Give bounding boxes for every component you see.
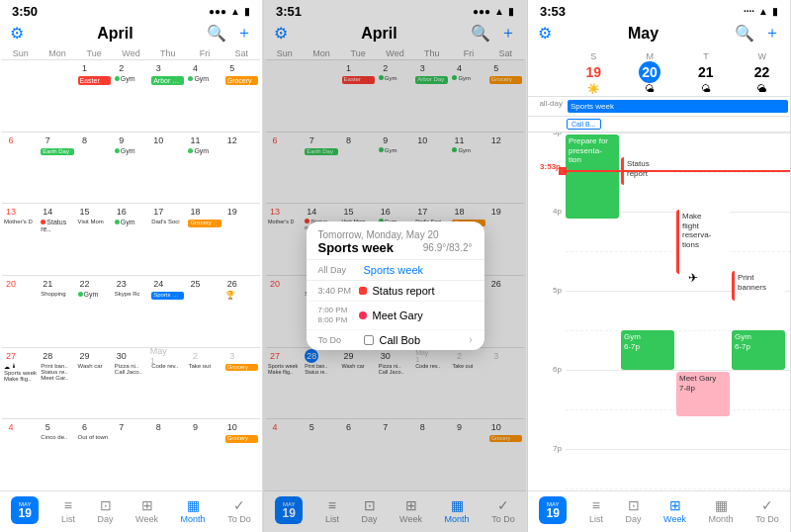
cal-cell[interactable]: 6 Out of town xyxy=(76,419,113,490)
nav-todo-3[interactable]: ✓ To Do xyxy=(755,497,779,524)
cal-cell[interactable]: 7 Earth Day xyxy=(39,133,75,204)
popup-overlay[interactable]: Tomorrow, Monday, May 20 Sports week 96.… xyxy=(264,0,526,532)
popup-event-status[interactable]: 3:40 PM Status report xyxy=(307,281,484,302)
cal-cell[interactable]: 12 xyxy=(223,133,260,204)
search-icon-3[interactable]: 🔍 xyxy=(735,24,754,43)
date-number: 10 xyxy=(151,133,165,147)
popup-event-gary[interactable]: 7:00 PM8:00 PM Meet Gary xyxy=(307,302,484,329)
cal-cell[interactable]: 3 Grocery xyxy=(223,348,260,419)
popup-allday-event: Sports week xyxy=(364,264,424,276)
cal-cell[interactable]: 30 Pizza ni.. Call Jaco.. xyxy=(113,348,149,419)
cal-cell[interactable]: 7 xyxy=(113,419,149,490)
event-chip: Take out xyxy=(188,363,220,369)
cal-cell[interactable]: 26 🏆 xyxy=(223,276,260,347)
event-print-banners[interactable]: Printbanners xyxy=(732,271,785,301)
nav-day-1[interactable]: ⊡ Day xyxy=(98,497,114,524)
event-chip: Code rev.. xyxy=(151,363,184,369)
cal-cell[interactable]: 1 Easter xyxy=(76,60,113,132)
cal-cell[interactable] xyxy=(39,60,75,132)
cal-cell[interactable]: 27 ☁🌡 Sports week Make flig.. xyxy=(2,348,39,419)
add-icon-3[interactable]: ＋ xyxy=(764,23,780,44)
search-icon-1[interactable]: 🔍 xyxy=(207,24,226,43)
nav-list-3[interactable]: ≡ List xyxy=(589,497,603,524)
time-label-6pm: 6p xyxy=(528,365,566,409)
cal-cell[interactable]: 29 Wash car xyxy=(76,348,113,419)
cal-cell[interactable]: 9 Gym xyxy=(113,133,149,204)
cal-cell[interactable]: 24 Sports week xyxy=(149,276,186,347)
event-meet-gary[interactable]: Meet Gary7-8p xyxy=(676,372,730,416)
nav-todo-1[interactable]: ✓ To Do xyxy=(227,497,251,524)
event-chip: Cinco de.. xyxy=(41,434,73,440)
cal-cell[interactable]: 15 Visit Mom xyxy=(76,204,113,275)
nav-month-1[interactable]: ▦ Month xyxy=(181,497,206,524)
cal-header-icons-1: 🔍 ＋ xyxy=(207,23,252,44)
cal-cell[interactable]: 14 Status re.. xyxy=(39,204,75,275)
cal-cell[interactable]: May 1 Code rev.. xyxy=(149,348,186,419)
popup-event-name-1: Status report xyxy=(373,285,435,297)
event-prepare-presentation[interactable]: Prepare for presenta-tion xyxy=(566,134,619,219)
event-gym-mon[interactable]: Gym6-7p xyxy=(621,330,674,370)
cal-cell[interactable]: 4 Gym xyxy=(186,60,222,132)
todo-icon: ✓ xyxy=(233,497,245,513)
cal-cell[interactable]: 5 Cinco de.. xyxy=(39,419,75,490)
popup-todo-row: To Do Call Bob › xyxy=(307,330,484,350)
nav-day-3[interactable]: ⊡ Day xyxy=(626,497,642,524)
date-number: 11 xyxy=(188,133,202,147)
airplane-icon: ✈ xyxy=(688,271,698,285)
cal-cell[interactable]: 2 Gym xyxy=(113,60,149,132)
cal-cell[interactable]: 20 xyxy=(2,276,39,347)
cal-cell[interactable]: 23 Skype Rc xyxy=(113,276,149,347)
cal-cell[interactable]: 9 xyxy=(186,419,222,490)
nav-week-3[interactable]: ⊞ Week xyxy=(663,497,686,524)
cal-cell[interactable]: 10 Grocery xyxy=(223,419,260,490)
date-number: 23 xyxy=(115,277,129,291)
cal-cell[interactable] xyxy=(2,60,39,132)
call-bob-allday[interactable]: Call B... xyxy=(567,119,601,130)
event-chip: Grocery xyxy=(225,435,258,443)
event-chip: Arbor Day xyxy=(151,76,184,85)
cal-cell[interactable]: 4 xyxy=(2,419,39,490)
cal-cell[interactable]: 25 xyxy=(186,276,222,347)
todo-checkbox[interactable] xyxy=(364,335,374,345)
cal-cell[interactable]: 21 Shopping xyxy=(39,276,75,347)
badge-day: 19 xyxy=(19,507,32,519)
nav-week-1[interactable]: ⊞ Week xyxy=(135,497,158,524)
cal-cell[interactable]: 19 xyxy=(223,204,260,275)
popup-allday-label: All Day xyxy=(318,265,358,275)
add-icon-1[interactable]: ＋ xyxy=(236,23,252,44)
gear-icon-1[interactable]: ⚙ xyxy=(10,24,24,43)
cal-cell[interactable]: 16 Gym xyxy=(113,204,149,275)
cal-cell[interactable]: 2 Take out xyxy=(186,348,222,419)
cal-cell[interactable]: 28 Print ban.. Status re.. Meet Gar.. xyxy=(39,348,75,419)
cal-cell[interactable]: 18 Grocery xyxy=(186,204,222,275)
today-badge-1[interactable]: MAY 19 xyxy=(11,496,39,524)
nav-list-1[interactable]: ≡ List xyxy=(61,497,75,524)
cal-cell[interactable]: 17 Dad's Soci xyxy=(149,204,186,275)
gear-icon-3[interactable]: ⚙ xyxy=(538,24,552,43)
cal-cell[interactable]: 3 Arbor Day xyxy=(149,60,186,132)
cal-header-1: ⚙ April 🔍 ＋ xyxy=(0,21,262,47)
cal-cell[interactable]: 11 Gym xyxy=(186,133,222,204)
date-number: 8 xyxy=(151,420,165,434)
date-number: 5 xyxy=(41,420,54,434)
nav-todo-label: To Do xyxy=(227,514,251,524)
date-number: 4 xyxy=(188,61,202,75)
day-fri-1: Fri xyxy=(186,47,222,59)
today-badge-3[interactable]: MAY 19 xyxy=(539,496,567,524)
cal-cell[interactable]: 13 Mother's D xyxy=(2,204,39,275)
status-time-1: 3:50 xyxy=(12,4,38,19)
date-number: 12 xyxy=(225,133,239,147)
cal-cell[interactable]: 22 Gym xyxy=(76,276,113,347)
cal-cell[interactable]: 8 xyxy=(76,133,113,204)
cal-cell[interactable]: 10 xyxy=(149,133,186,204)
cal-cell[interactable]: 6 xyxy=(2,133,39,204)
event-gym-wed[interactable]: Gym6-7p xyxy=(732,330,785,370)
cal-cell[interactable]: 5 Grocery xyxy=(223,60,260,132)
date-number: 2 xyxy=(188,349,202,363)
cal-week-2: 6 7 Earth Day 8 9 Gym 10 11 Gym 12 xyxy=(2,132,260,204)
day-headers-1: Sun Mon Tue Wed Thu Fri Sat xyxy=(0,47,262,59)
cal-cell[interactable]: 8 xyxy=(149,419,186,490)
nav-month-3[interactable]: ▦ Month xyxy=(709,497,734,524)
week-time-scroll[interactable]: 3p 4p xyxy=(528,133,790,490)
event-make-flight[interactable]: Makeflightreserva-tions xyxy=(676,210,730,274)
